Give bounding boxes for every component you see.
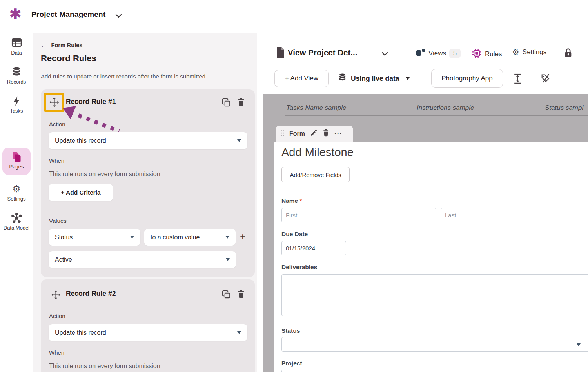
tag-slash-icon[interactable] <box>540 73 551 85</box>
status-field-label: Status <box>281 327 300 334</box>
tab-views-label: Views <box>428 49 446 57</box>
drag-handle-icon[interactable] <box>49 97 60 109</box>
drag-handle-icon[interactable] <box>51 290 61 301</box>
breadcrumb-label: Form Rules <box>51 42 83 48</box>
value-operator-select[interactable]: to a custom value <box>144 229 236 246</box>
tab-settings[interactable]: ⚙ Settings <box>512 48 546 57</box>
sidebar-item-tasks[interactable]: Tasks <box>0 96 33 114</box>
custom-value-select[interactable]: Active <box>49 251 236 268</box>
table-preview-divider <box>285 115 588 116</box>
form-tab-label: Form <box>289 130 305 137</box>
add-remove-fields-button[interactable]: Add/Remove Fields <box>281 167 350 182</box>
add-view-button[interactable]: + Add View <box>274 70 329 87</box>
builder-page-title[interactable]: View Project Det... <box>288 48 357 57</box>
sidebar-item-records[interactable]: Records <box>0 67 33 85</box>
action-label: Action <box>49 121 65 128</box>
app-title[interactable]: Project Management <box>31 10 105 19</box>
gear-icon: ⚙ <box>512 48 519 57</box>
caret-down-icon <box>237 139 241 142</box>
when-text: This rule runs on every form submission <box>49 171 160 178</box>
more-options-icon[interactable]: ··· <box>334 130 342 138</box>
back-arrow-icon: ← <box>41 42 47 48</box>
add-value-button[interactable]: + <box>240 232 245 241</box>
page-file-icon <box>276 47 285 60</box>
back-to-form-rules-link[interactable]: ← Form Rules <box>41 42 82 48</box>
edit-pencil-icon[interactable] <box>310 129 318 138</box>
project-input[interactable] <box>281 370 588 372</box>
database-icon <box>0 67 33 78</box>
caret-down-icon <box>406 77 410 80</box>
project-field-label: Project <box>281 360 302 367</box>
row-height-icon[interactable] <box>513 73 523 86</box>
custom-value-select-value: Active <box>55 256 72 263</box>
caret-down-icon <box>130 236 134 239</box>
name-last-input[interactable] <box>441 208 588 222</box>
when-label: When <box>49 349 64 356</box>
drag-dots-icon[interactable] <box>280 130 284 138</box>
value-field-select[interactable]: Status <box>49 229 140 246</box>
sidebar-item-label: Data Model <box>0 225 33 231</box>
form-title: Add Milestone <box>281 146 354 159</box>
form-view-panel: Add Milestone Add/Remove Fields Name * D… <box>274 142 588 372</box>
database-icon <box>338 73 347 84</box>
lock-icon[interactable] <box>564 48 572 59</box>
action-select-value: Update this record <box>55 137 106 144</box>
delete-rule-button[interactable] <box>237 98 245 108</box>
table-icon <box>0 38 33 49</box>
views-icon <box>416 48 425 58</box>
pages-icon <box>0 151 33 162</box>
sidebar-item-settings[interactable]: ⚙ Settings <box>0 184 33 202</box>
caret-down-icon <box>226 258 230 261</box>
app-logo-icon[interactable]: ✱ <box>9 6 21 22</box>
annotation-arrow <box>60 105 126 137</box>
field-label-text: Name <box>281 197 298 204</box>
due-date-input[interactable] <box>281 241 346 255</box>
rule-title: Record Rule #2 <box>66 290 116 298</box>
table-preview-column: Status sampl <box>545 104 583 112</box>
tab-views[interactable]: Views 5 <box>416 48 461 58</box>
sidebar-item-data-model[interactable]: Data Model <box>0 213 33 231</box>
when-text: This rule runs on every form submission <box>49 363 160 370</box>
tab-settings-label: Settings <box>523 48 546 56</box>
name-first-input[interactable] <box>281 208 436 222</box>
sidebar-item-label: Records <box>0 79 33 85</box>
caret-down-icon <box>225 236 229 239</box>
panel-description: Add rules to update or insert records af… <box>41 73 207 80</box>
duplicate-rule-button[interactable] <box>222 98 231 109</box>
sidebar-item-pages[interactable]: Pages <box>0 151 33 170</box>
value-operator-select-value: to a custom value <box>151 234 200 241</box>
live-data-select[interactable]: Using live data <box>338 73 410 84</box>
nav-rail: Data Records Tasks Pages ⚙ Settings <box>0 27 33 372</box>
sidebar-item-label: Settings <box>0 196 33 202</box>
action-select[interactable]: Update this record <box>49 132 247 149</box>
duplicate-rule-button[interactable] <box>222 290 231 301</box>
add-criteria-button[interactable]: + Add Criteria <box>49 184 113 201</box>
network-icon <box>0 213 33 224</box>
when-label: When <box>49 157 64 164</box>
sidebar-item-data[interactable]: Data <box>0 38 33 56</box>
caret-down-icon <box>237 331 241 334</box>
page-title: Record Rules <box>41 53 96 64</box>
sidebar-item-label: Tasks <box>0 108 33 114</box>
photography-app-button[interactable]: Photography App <box>431 69 503 88</box>
delete-rule-button[interactable] <box>237 290 245 300</box>
chevron-down-icon[interactable] <box>115 13 122 20</box>
delete-view-icon[interactable] <box>323 129 329 138</box>
chevron-down-icon[interactable] <box>381 51 388 58</box>
value-field-select-value: Status <box>55 234 73 241</box>
lightning-icon <box>0 96 33 107</box>
caret-down-icon <box>577 343 581 346</box>
live-data-label: Using live data <box>351 75 399 83</box>
chip-icon <box>472 48 482 60</box>
tab-rules[interactable]: Rules <box>472 48 502 60</box>
form-view-tab[interactable]: Form ··· <box>276 126 353 142</box>
action-select[interactable]: Update this record <box>49 324 247 341</box>
due-date-field-label: Due Date <box>281 231 308 238</box>
tab-rules-label: Rules <box>485 50 502 58</box>
record-rule-card-1: Record Rule #1 Action Update this record… <box>41 89 255 277</box>
deliverables-field-label: Deliverables <box>281 264 317 271</box>
values-label: Values <box>49 217 67 224</box>
status-select[interactable] <box>281 337 588 352</box>
deliverables-textarea[interactable] <box>281 274 588 316</box>
rule-title: Record Rule #1 <box>66 98 116 106</box>
